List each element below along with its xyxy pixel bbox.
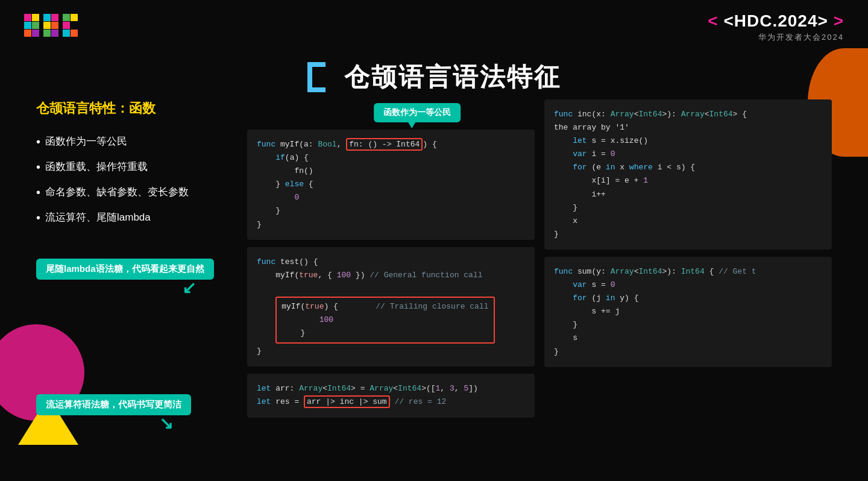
list-item: 流运算符、尾随lambda: [36, 210, 229, 225]
code-column-middle: 函数作为一等公民 func myIf(a: Bool, fn: () -> In…: [247, 99, 535, 463]
mdc-logo: [24, 11, 102, 44]
code-test-content: func test() { myIf(true, { 100 }) // Gen…: [257, 256, 525, 359]
svg-rect-15: [63, 30, 70, 37]
annotation-arrow: [408, 122, 415, 128]
callout-arrow-2: ↘: [159, 415, 173, 432]
lt-bracket: <: [708, 11, 718, 30]
brand-title-text: <HDC.2024>: [723, 11, 828, 30]
code-block-test: func test() { myIf(true, { 100 }) // Gen…: [247, 247, 535, 367]
code-block-inc: func inc(x: Array<Int64>): Array<Int64> …: [544, 99, 832, 250]
svg-rect-11: [51, 30, 58, 37]
svg-rect-6: [43, 14, 51, 21]
callout-arrow: ↙: [182, 280, 196, 297]
gt-bracket: >: [834, 11, 844, 30]
logo-area: [24, 11, 102, 44]
svg-rect-3: [32, 22, 39, 29]
code-arr-content: let arr: Array<Int64> = Array<Int64>([1,…: [257, 382, 525, 409]
left-panel: 仓颉语言特性：函数 函数作为一等公民 函数重载、操作符重载 命名参数、缺省参数、…: [36, 99, 229, 463]
svg-rect-19: [307, 87, 326, 92]
hdc-title: < <HDC.2024> >: [708, 11, 844, 31]
code-block-sum: func sum(y: Array<Int64>): Int64 { // Ge…: [544, 257, 832, 367]
svg-rect-13: [71, 14, 78, 21]
svg-rect-16: [71, 30, 78, 37]
svg-rect-18: [307, 62, 326, 67]
code-inc-content: func inc(x: Array<Int64>): Array<Int64> …: [554, 108, 822, 241]
code-column-right: func inc(x: Array<Int64>): Array<Int64> …: [544, 99, 832, 463]
svg-rect-10: [43, 30, 51, 37]
svg-rect-12: [63, 14, 70, 21]
list-item: 命名参数、缺省参数、变长参数: [36, 185, 229, 200]
bracket-icon: [307, 62, 335, 92]
svg-rect-5: [32, 30, 39, 37]
cangjie-bracket-icon: [307, 62, 335, 92]
svg-rect-1: [32, 14, 39, 21]
feature-list: 函数作为一等公民 函数重载、操作符重载 命名参数、缺省参数、变长参数 流运算符、…: [36, 134, 229, 225]
feature-title: 仓颉语言特性：函数: [36, 99, 229, 118]
hdc-brand: < <HDC.2024> > 华为开发者大会2024: [708, 11, 844, 43]
code-area: 函数作为一等公民 func myIf(a: Bool, fn: () -> In…: [247, 99, 832, 463]
list-item: 函数重载、操作符重载: [36, 160, 229, 174]
trailing-closure-box: myIf(true) { // Trailing closure call 10…: [275, 297, 494, 344]
page-title-area: 仓颉语言语法特征: [0, 60, 868, 94]
svg-rect-8: [43, 22, 51, 29]
main-content: 仓颉语言特性：函数 函数作为一等公民 函数重载、操作符重载 命名参数、缺省参数、…: [36, 99, 832, 463]
code-myif-content: func myIf(a: Bool, fn: () -> Int64) { if…: [257, 138, 525, 231]
svg-rect-2: [24, 22, 31, 29]
svg-rect-14: [63, 22, 70, 29]
page-title: 仓颉语言语法特征: [344, 60, 561, 94]
code-block-1-wrapper: 函数作为一等公民 func myIf(a: Bool, fn: () -> In…: [247, 130, 535, 240]
trailing-lambda-callout: 尾随lambda语法糖，代码看起来更自然 ↙: [36, 259, 214, 280]
list-item: 函数作为一等公民: [36, 134, 229, 149]
pipe-operator-callout: 流运算符语法糖，代码书写更简洁 ↘: [36, 394, 191, 415]
code-block-myif: func myIf(a: Bool, fn: () -> Int64) { if…: [247, 130, 535, 240]
func-citizen-annotation: 函数作为一等公民: [374, 103, 461, 122]
svg-rect-9: [51, 22, 58, 29]
header: < <HDC.2024> > 华为开发者大会2024: [0, 0, 868, 54]
hdc-subtitle: 华为开发者大会2024: [708, 32, 844, 43]
svg-rect-0: [24, 14, 31, 21]
code-sum-content: func sum(y: Array<Int64>): Int64 { // Ge…: [554, 265, 822, 359]
code-block-arr: let arr: Array<Int64> = Array<Int64>([1,…: [247, 374, 535, 417]
svg-rect-7: [51, 14, 58, 21]
svg-rect-4: [24, 30, 31, 37]
